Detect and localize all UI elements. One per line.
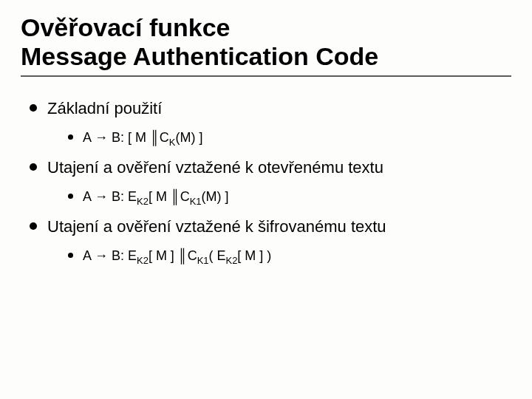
title-line-2: Message Authentication Code <box>21 42 378 70</box>
slide: Ověřovací funkce Message Authentication … <box>0 0 532 399</box>
bullet-list: Základní použití A → B: [ M ║CK(M) ] Uta… <box>21 98 511 265</box>
bullet-item-2-label: Utajení a ověření vztažené k otevřenému … <box>47 158 383 177</box>
title-line-1: Ověřovací funkce <box>21 13 230 41</box>
bullet-item-1-sublist: A → B: [ M ║CK(M) ] <box>47 129 511 146</box>
bullet-item-1: Základní použití A → B: [ M ║CK(M) ] <box>27 98 511 146</box>
title-underline <box>21 75 511 77</box>
bullet-item-2-formula: A → B: EK2[ M ║CK1(M) ] <box>66 188 511 205</box>
bullet-item-3-sublist: A → B: EK2[ M ] ║CK1( EK2[ M ] ) <box>47 247 511 265</box>
bullet-item-3: Utajení a ověření vztažené k šifrovanému… <box>27 216 511 265</box>
bullet-item-1-formula: A → B: [ M ║CK(M) ] <box>66 129 511 146</box>
slide-title: Ověřovací funkce Message Authentication … <box>21 13 511 71</box>
bullet-item-1-label: Základní použití <box>47 99 162 117</box>
bullet-item-3-formula: A → B: EK2[ M ] ║CK1( EK2[ M ] ) <box>66 247 511 265</box>
bullet-item-3-label: Utajení a ověření vztažené k šifrovanému… <box>47 217 386 236</box>
bullet-item-2-sublist: A → B: EK2[ M ║CK1(M) ] <box>47 188 511 205</box>
bullet-item-2: Utajení a ověření vztažené k otevřenému … <box>27 157 511 205</box>
